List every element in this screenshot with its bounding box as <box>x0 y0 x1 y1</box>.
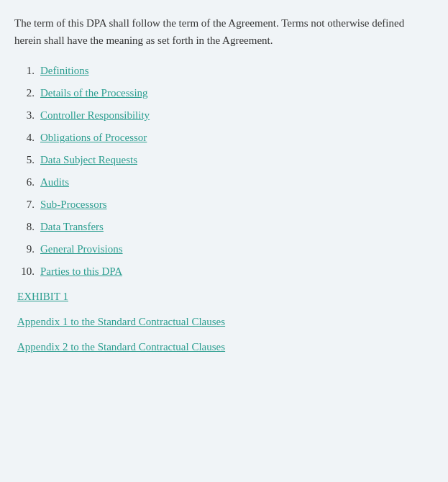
toc-item-link[interactable]: Sub-Processors <box>40 199 107 211</box>
toc-item-link[interactable]: Parties to this DPA <box>40 265 122 278</box>
extra-link[interactable]: Appendix 2 to the Standard Contractual C… <box>17 341 434 353</box>
toc-item-link[interactable]: Definitions <box>40 65 89 77</box>
toc-item: 3.Controller Responsibility <box>14 109 434 122</box>
extra-links-section: EXHIBIT 1Appendix 1 to the Standard Cont… <box>14 291 434 353</box>
toc-item: 10.Parties to this DPA <box>14 265 434 278</box>
toc-item-number: 10. <box>14 265 40 278</box>
toc-item: 4.Obligations of Processor <box>14 132 434 144</box>
extra-link[interactable]: EXHIBIT 1 <box>17 291 434 303</box>
toc-item-link[interactable]: Data Transfers <box>40 221 104 233</box>
toc-item-number: 1. <box>14 65 40 77</box>
toc-item-number: 5. <box>14 154 40 166</box>
toc-item-link[interactable]: Audits <box>40 176 69 188</box>
toc-item-number: 3. <box>14 109 40 122</box>
toc-item-number: 4. <box>14 132 40 144</box>
toc-item: 1.Definitions <box>14 65 434 77</box>
toc-item-number: 8. <box>14 221 40 233</box>
toc-item-link[interactable]: Data Subject Requests <box>40 154 137 166</box>
extra-link[interactable]: Appendix 1 to the Standard Contractual C… <box>17 316 434 328</box>
toc-item-link[interactable]: Controller Responsibility <box>40 109 150 122</box>
toc-item: 2.Details of the Processing <box>14 87 434 99</box>
toc-item-number: 9. <box>14 243 40 255</box>
toc-item-number: 6. <box>14 176 40 188</box>
toc-item-link[interactable]: General Provisions <box>40 243 123 255</box>
toc-item-number: 2. <box>14 87 40 99</box>
toc-item: 9.General Provisions <box>14 243 434 255</box>
toc-item: 5.Data Subject Requests <box>14 154 434 166</box>
toc-item-number: 7. <box>14 199 40 211</box>
toc-item-link[interactable]: Obligations of Processor <box>40 132 147 144</box>
table-of-contents: 1.Definitions2.Details of the Processing… <box>14 65 434 278</box>
toc-item: 7.Sub-Processors <box>14 199 434 211</box>
toc-item-link[interactable]: Details of the Processing <box>40 87 148 99</box>
toc-item: 6.Audits <box>14 176 434 188</box>
toc-item: 8.Data Transfers <box>14 221 434 233</box>
intro-paragraph: The term of this DPA shall follow the te… <box>14 14 434 49</box>
